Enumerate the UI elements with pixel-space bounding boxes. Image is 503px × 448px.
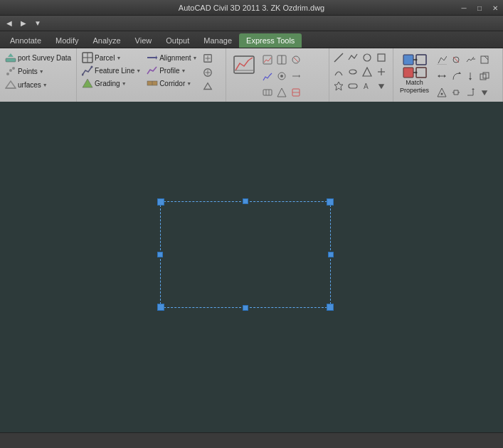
tab-annotate[interactable]: Annotate bbox=[3, 33, 48, 48]
qa-dropdown-button[interactable]: ▼ bbox=[31, 17, 44, 30]
status-bar bbox=[0, 432, 503, 448]
canvas-area[interactable] bbox=[0, 102, 503, 432]
create-design-col2: Alignment ▼ Profile ▼ Corridor ▼ bbox=[144, 51, 199, 105]
parcel-icon bbox=[82, 52, 93, 63]
section-icon2[interactable] bbox=[275, 53, 288, 66]
svg-rect-58 bbox=[416, 68, 426, 78]
back-button[interactable]: ◀ bbox=[3, 17, 16, 30]
section-icon1[interactable] bbox=[261, 53, 274, 66]
section-icon6[interactable] bbox=[290, 70, 302, 82]
modify-icon1[interactable] bbox=[435, 53, 448, 66]
draw-icon2[interactable] bbox=[346, 51, 359, 64]
create-design-icon2[interactable] bbox=[201, 66, 214, 79]
minimize-button[interactable]: ─ bbox=[456, 0, 472, 16]
grip-bottom-mid[interactable] bbox=[243, 305, 248, 311]
grip-top-mid[interactable] bbox=[243, 198, 248, 204]
section-icon3[interactable] bbox=[290, 53, 302, 66]
corridor-arrow: ▼ bbox=[186, 81, 191, 86]
section-icon4[interactable] bbox=[261, 70, 274, 82]
forward-button[interactable]: ▶ bbox=[17, 17, 30, 30]
section-icon9[interactable] bbox=[290, 86, 302, 99]
draw-icon4[interactable] bbox=[375, 51, 388, 64]
corridor-label: Corridor bbox=[159, 80, 185, 87]
tab-view[interactable]: View bbox=[128, 33, 159, 48]
svg-marker-70 bbox=[458, 72, 461, 74]
surfaces-button[interactable]: urfaces ▼ bbox=[3, 78, 73, 91]
modify-icon3[interactable] bbox=[464, 53, 477, 66]
modify-icon11[interactable] bbox=[464, 86, 477, 99]
draw-icon3[interactable] bbox=[361, 51, 374, 64]
match-properties-label: MatchProperties bbox=[400, 79, 429, 95]
svg-marker-80 bbox=[482, 90, 487, 95]
grip-top-left[interactable] bbox=[157, 198, 164, 206]
svg-marker-69 bbox=[438, 75, 440, 78]
modify-icon8[interactable] bbox=[478, 70, 491, 82]
draw-icon7[interactable] bbox=[361, 65, 374, 78]
grip-bottom-left[interactable] bbox=[157, 304, 164, 311]
draw-icon11[interactable]: A bbox=[361, 80, 374, 92]
svg-rect-65 bbox=[481, 56, 488, 63]
section-icon8[interactable] bbox=[275, 86, 288, 99]
alignment-button[interactable]: Alignment ▼ bbox=[144, 51, 199, 64]
surfaces-dropdown-arrow: ▼ bbox=[43, 82, 48, 87]
alignment-label: Alignment bbox=[159, 54, 191, 62]
tab-manage[interactable]: Manage bbox=[196, 33, 239, 48]
parcel-button[interactable]: Parcel ▼ bbox=[80, 51, 143, 64]
draw-icon1[interactable] bbox=[332, 51, 345, 64]
tab-output[interactable]: Output bbox=[159, 33, 196, 48]
svg-point-2 bbox=[6, 73, 9, 75]
draw-icon9[interactable] bbox=[332, 80, 345, 92]
grip-mid-left[interactable] bbox=[157, 252, 163, 257]
svg-marker-12 bbox=[83, 79, 92, 87]
modify-row1 bbox=[435, 52, 491, 68]
import-survey-label: port Survey Data bbox=[18, 54, 71, 62]
points-dropdown-arrow: ▼ bbox=[39, 69, 44, 74]
create-design-icon3[interactable] bbox=[201, 80, 214, 93]
profile-view-large-button[interactable] bbox=[229, 51, 259, 78]
close-button[interactable]: ✕ bbox=[487, 0, 503, 16]
svg-rect-53 bbox=[403, 55, 413, 65]
profile-section-row1 bbox=[261, 52, 302, 68]
quick-access-toolbar: ◀ ▶ ▼ bbox=[0, 16, 503, 31]
alignment-icon bbox=[147, 52, 158, 63]
draw-icon5[interactable] bbox=[332, 65, 345, 78]
profile-section-row2 bbox=[261, 68, 302, 84]
import-survey-button[interactable]: port Survey Data bbox=[3, 51, 73, 64]
tab-express-tools[interactable]: Express Tools bbox=[239, 33, 302, 48]
grip-top-right[interactable] bbox=[327, 198, 334, 206]
grading-button[interactable]: Grading ▼ bbox=[80, 77, 143, 90]
tab-analyze[interactable]: Analyze bbox=[85, 33, 127, 48]
corridor-button[interactable]: Corridor ▼ bbox=[144, 77, 199, 90]
profile-button[interactable]: Profile ▼ bbox=[144, 64, 199, 77]
svg-marker-23 bbox=[203, 83, 211, 90]
points-button[interactable]: Points ▼ bbox=[3, 65, 73, 78]
maximize-button[interactable]: □ bbox=[472, 0, 487, 16]
section-icon7[interactable] bbox=[261, 86, 274, 99]
match-properties-button[interactable]: MatchProperties bbox=[396, 51, 433, 97]
draw-icon8[interactable] bbox=[375, 65, 388, 78]
svg-line-31 bbox=[294, 58, 298, 62]
svg-marker-39 bbox=[277, 88, 286, 97]
grip-mid-right[interactable] bbox=[328, 252, 334, 257]
modify-icon5[interactable] bbox=[435, 70, 448, 82]
modify-icon4[interactable] bbox=[478, 53, 491, 66]
modify-dropdown[interactable] bbox=[478, 86, 491, 99]
draw-dropdown-arrow[interactable] bbox=[375, 80, 388, 92]
modify-icon7[interactable] bbox=[464, 70, 477, 82]
grip-bottom-right[interactable] bbox=[327, 304, 334, 311]
modify-icon6[interactable] bbox=[450, 70, 462, 82]
svg-rect-57 bbox=[403, 68, 413, 78]
modify-icon2[interactable] bbox=[450, 53, 462, 66]
section-icon5[interactable] bbox=[275, 70, 288, 82]
modify-icon10[interactable] bbox=[450, 86, 462, 99]
svg-rect-50 bbox=[349, 84, 357, 88]
create-design-icon1[interactable] bbox=[201, 52, 214, 65]
feature-line-arrow: ▼ bbox=[136, 68, 141, 73]
svg-marker-35 bbox=[299, 75, 300, 78]
modify-icon9[interactable] bbox=[435, 86, 448, 99]
feature-line-button[interactable]: Feature Line ▼ bbox=[80, 64, 143, 77]
draw-icon10[interactable] bbox=[346, 80, 359, 92]
feature-line-label: Feature Line bbox=[95, 67, 134, 75]
tab-modify[interactable]: Modify bbox=[48, 33, 85, 48]
draw-icon6[interactable] bbox=[346, 65, 359, 78]
